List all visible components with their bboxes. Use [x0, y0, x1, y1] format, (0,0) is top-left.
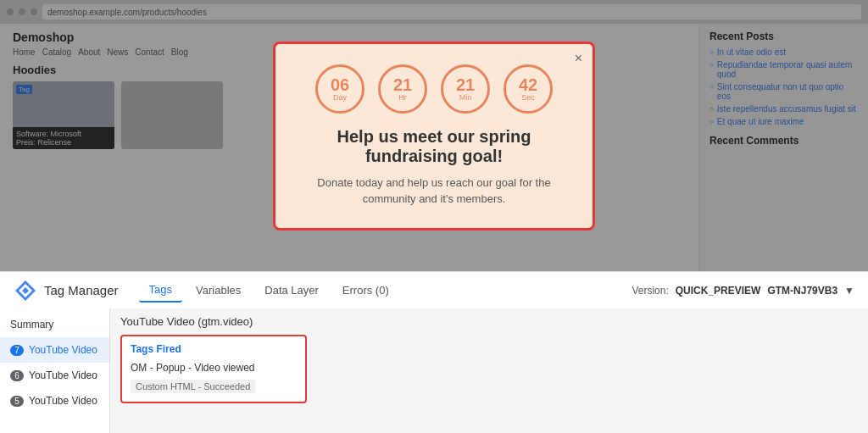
badge-6: 6 [10, 370, 24, 381]
event-title: YouTube Video (gtm.video) [120, 315, 858, 328]
modal-text: Donate today and help us reach our goal … [299, 175, 569, 208]
tags-fired-title: Tags Fired [131, 343, 297, 355]
yt-label-3: YouTube Video [29, 395, 97, 407]
gtm-version-info: Version: QUICK_PREVIEW GTM-NJ79VB3 ▼ [632, 285, 854, 297]
tab-data-layer[interactable]: Data Layer [254, 279, 329, 302]
sidebar-panel: Summary 7 YouTube Video 6 YouTube Video … [0, 308, 110, 433]
tag-sub-1: Custom HTML - Succeeded [131, 380, 255, 393]
gtm-tabs: Tags Variables Data Layer Errors (0) [139, 278, 399, 303]
countdown-hours-label: Hr [398, 93, 407, 102]
summary-label: Summary [10, 319, 53, 330]
countdown-hours: 21 Hr [378, 64, 427, 114]
gtm-logo-icon [14, 279, 37, 303]
badge-5: 5 [10, 396, 24, 407]
tab-variables[interactable]: Variables [186, 279, 251, 302]
tag-item-2: Custom HTML - Succeeded [131, 375, 297, 395]
badge-7: 7 [10, 345, 24, 356]
tab-errors[interactable]: Errors (0) [332, 279, 399, 302]
gtm-name-label: Tag Manager [44, 283, 119, 297]
gtm-logo: Tag Manager [14, 279, 119, 303]
sidebar-item-summary[interactable]: Summary [0, 312, 109, 337]
gtm-version-id: GTM-NJ79VB3 [767, 285, 837, 297]
modal-close-button[interactable]: × [575, 51, 582, 66]
tag-name-1: OM - Popup - Video viewed [131, 362, 255, 374]
sidebar-item-yt-2[interactable]: 6 YouTube Video [0, 363, 109, 388]
website-area: demoshop.example.com/products/hoodies De… [0, 0, 868, 271]
countdown-timer: 06 Day 21 Hr 21 Min 42 Sec [299, 64, 569, 114]
modal-title: Help us meet our spring fundraising goal… [299, 127, 569, 166]
tag-item-1: OM - Popup - Video viewed [131, 360, 297, 375]
countdown-hours-num: 21 [393, 76, 412, 93]
countdown-days: 06 Day [315, 64, 364, 114]
countdown-minutes-num: 21 [456, 76, 475, 93]
countdown-minutes: 21 Min [441, 64, 490, 114]
gtm-toolbar: Tag Manager Tags Variables Data Layer Er… [0, 271, 868, 308]
tab-tags[interactable]: Tags [139, 278, 182, 303]
tags-fired-box: Tags Fired OM - Popup - Video viewed Cus… [120, 335, 307, 403]
fundraising-modal: × 06 Day 21 Hr 21 Min 42 Sec [273, 42, 595, 230]
sidebar-item-yt-1[interactable]: 7 YouTube Video [0, 337, 109, 363]
gtm-version-name: QUICK_PREVIEW [676, 285, 761, 297]
gtm-chevron-icon[interactable]: ▼ [844, 285, 854, 297]
yt-label-1: YouTube Video [29, 344, 97, 356]
countdown-seconds-num: 42 [519, 76, 537, 93]
countdown-days-label: Day [333, 93, 347, 102]
countdown-seconds: 42 Sec [504, 64, 553, 114]
main-panel: YouTube Video (gtm.video) Tags Fired OM … [110, 308, 868, 433]
countdown-days-num: 06 [331, 76, 349, 93]
countdown-minutes-label: Min [459, 93, 472, 102]
countdown-seconds-label: Sec [521, 93, 535, 102]
sidebar-item-yt-3[interactable]: 5 YouTube Video [0, 388, 109, 414]
modal-overlay: × 06 Day 21 Hr 21 Min 42 Sec [0, 0, 868, 271]
bottom-panel: Summary 7 YouTube Video 6 YouTube Video … [0, 308, 868, 433]
yt-label-2: YouTube Video [29, 369, 97, 381]
gtm-version-label: Version: [632, 285, 668, 297]
